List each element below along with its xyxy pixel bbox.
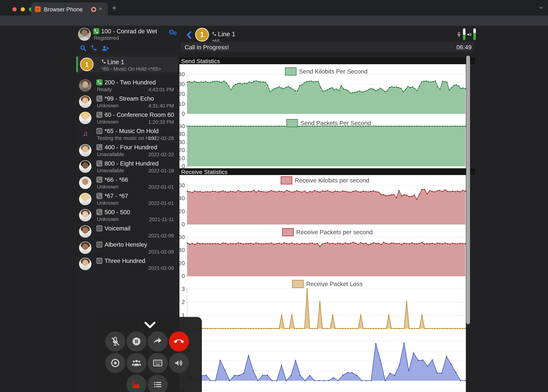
- svg-text:Receive Packet Loss: Receive Packet Loss: [306, 280, 362, 287]
- tab-title: Browser Phone: [44, 6, 83, 13]
- call-controls-overlay: [98, 317, 202, 392]
- contact-last-activity: 2021-11-11: [149, 217, 174, 222]
- contact-status: Ready: [97, 86, 112, 92]
- back-chevron-icon[interactable]: [186, 31, 192, 39]
- contact-name: 400 - Four Hundred: [104, 144, 157, 151]
- line-active-indicator: [76, 56, 78, 72]
- contact-card-icon: [96, 225, 103, 231]
- contact-avatar: [79, 79, 91, 92]
- browser-phone-favicon-icon: [35, 6, 41, 12]
- call-line-title: Line 1: [218, 31, 235, 38]
- hold-icon: [132, 336, 141, 346]
- contact-last-activity: 2021-02-09: [148, 249, 174, 255]
- contact-last-activity: 4:43:01 PM: [148, 87, 174, 92]
- call-list-button[interactable]: [148, 375, 168, 392]
- contact-avatar: [79, 177, 91, 189]
- contact-avatar: [79, 95, 91, 108]
- contact-row[interactable]: 60 - Conference Room 60Unknown1:20:33 PM: [77, 110, 178, 126]
- contact-row[interactable]: Alberto Hensley2021-02-09: [77, 240, 178, 255]
- chart-receive-packet-loss: 3210Receive Packet Loss: [180, 279, 466, 333]
- collapse-chevron-icon[interactable]: [144, 322, 156, 329]
- contact-row[interactable]: 200 - Two HundredReady4:43:01 PM: [77, 78, 178, 93]
- contact-name: *99 - Stream Echo: [104, 95, 154, 102]
- charts-scrollbar[interactable]: [466, 56, 470, 324]
- chart-hidden: 0.0080.0060.0040.0020: [180, 330, 466, 385]
- call-status-text: Call in Progress!: [185, 44, 229, 51]
- speaker-button[interactable]: [169, 353, 189, 373]
- tab-close-icon[interactable]: ×: [99, 5, 102, 12]
- contact-row[interactable]: Voicemail2021-02-09: [77, 224, 178, 239]
- svg-text:0: 0: [182, 111, 185, 117]
- search-icon[interactable]: [80, 45, 87, 52]
- svg-text:3: 3: [182, 286, 185, 292]
- contact-row[interactable]: ♫*65 - Music On HoldTesting the music on…: [77, 126, 178, 142]
- hangup-button[interactable]: [169, 331, 189, 351]
- line-title: Line 1: [107, 58, 124, 66]
- svg-text:10: 10: [180, 155, 185, 161]
- contact-status: Unavailable: [97, 168, 124, 174]
- contact-row[interactable]: *67 - *67Unknown2022-01-01: [77, 191, 178, 207]
- contact-card-icon: [96, 241, 103, 248]
- svg-text:10: 10: [180, 101, 185, 107]
- contact-avatar: [79, 225, 91, 238]
- svg-text:0: 0: [182, 163, 185, 169]
- phone-icon: [101, 59, 106, 64]
- contact-phone-icon: [96, 177, 103, 183]
- contact-last-activity: 2022-01-01: [148, 184, 174, 190]
- speaker-level-icon: [466, 32, 472, 37]
- stats-chart-icon: [132, 380, 141, 390]
- contact-row[interactable]: 500 - 500Unknown2021-11-11: [77, 208, 178, 223]
- mic-off-button[interactable]: [105, 331, 125, 351]
- contact-row[interactable]: 400 - Four HundredUnavailable2022-02-22: [77, 143, 178, 158]
- line-number-badge: 1: [80, 58, 94, 71]
- mic-off-icon: [110, 336, 120, 346]
- contact-row[interactable]: Three Hundred2021-02-09: [77, 256, 178, 272]
- macos-minimize-button[interactable]: [21, 7, 25, 11]
- profile-name: 100 - Conrad de Wet: [101, 28, 157, 35]
- contact-last-activity: 2022-02-28: [148, 135, 174, 141]
- contact-last-activity: 4:31:40 PM: [148, 103, 174, 109]
- macos-close-button[interactable]: [12, 7, 17, 11]
- keypad-button[interactable]: [148, 353, 168, 373]
- contact-name: Voicemail: [104, 225, 131, 232]
- svg-text:30: 30: [180, 139, 185, 145]
- contact-status: Unknown: [97, 103, 118, 109]
- contact-row[interactable]: 800 - Eight HundredUnavailable2022-01-18: [77, 159, 178, 174]
- chart-receive-kilobits-per-second: 6040200Receive Kilobits per second: [180, 175, 466, 229]
- tab-search-chevron-icon[interactable]: [538, 5, 544, 11]
- new-tab-button[interactable]: +: [112, 3, 117, 13]
- contact-status: Unknown: [97, 184, 118, 190]
- svg-text:40: 40: [180, 247, 185, 253]
- tab-recording-indicator-icon: [91, 7, 96, 12]
- sidebar-item-line-1[interactable]: 1 Line 1 *65 - Music On Hold <*65>: [76, 56, 178, 72]
- svg-text:Receive Kilobits per second: Receive Kilobits per second: [295, 177, 369, 184]
- svg-text:60: 60: [180, 234, 185, 240]
- svg-text:0: 0: [182, 273, 185, 279]
- speaker-level-meter: [473, 28, 476, 40]
- profile-avatar[interactable]: [78, 28, 91, 41]
- browser-tab[interactable]: Browser Phone ×: [31, 2, 108, 15]
- contact-status: Testing the music on Hold: [97, 135, 156, 141]
- contact-row[interactable]: *99 - Stream EchoUnknown4:31:40 PM: [77, 94, 178, 109]
- svg-text:40: 40: [180, 195, 185, 202]
- svg-text:40: 40: [180, 71, 185, 77]
- record-button[interactable]: [105, 353, 125, 373]
- contact-name: *67 - *67: [104, 192, 128, 199]
- hold-button[interactable]: [126, 331, 146, 351]
- profile-status: Registered: [94, 35, 119, 41]
- next-chart-partial: 40: [180, 386, 466, 392]
- call-list-icon: [153, 380, 163, 390]
- contact-status: Unknown: [97, 119, 118, 125]
- conference-icon: [132, 358, 141, 368]
- add-contact-icon[interactable]: [101, 45, 109, 52]
- browser-toolbar: localhost:8000: [0, 15, 548, 26]
- stats-chart-button[interactable]: [126, 375, 146, 392]
- contact-row[interactable]: *66 - *66Unknown2022-01-01: [77, 175, 178, 190]
- svg-text:20: 20: [180, 147, 185, 153]
- hangup-icon: [174, 336, 184, 346]
- conference-button[interactable]: [126, 353, 146, 373]
- svg-text:20: 20: [180, 208, 185, 215]
- dial-phone-icon[interactable]: [91, 45, 97, 51]
- line-subtitle: *65 - Music On Hold <*65>: [101, 66, 161, 72]
- transfer-button[interactable]: [148, 331, 168, 351]
